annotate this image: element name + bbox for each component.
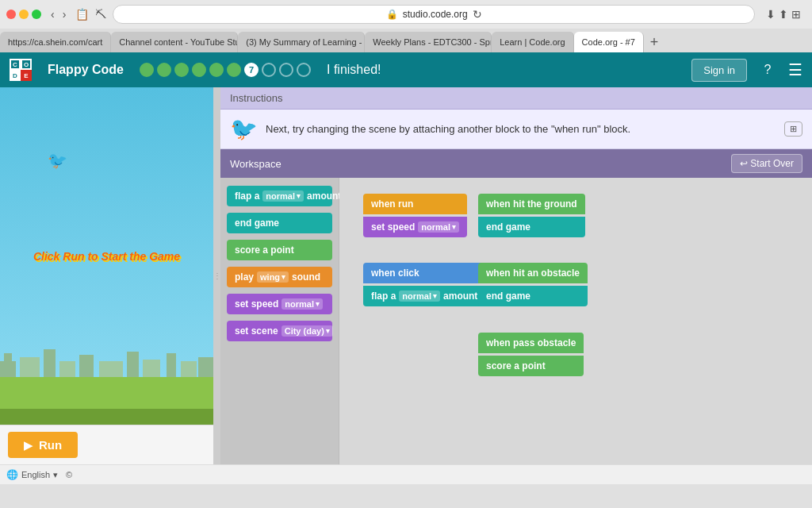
expand-instructions-button[interactable]: ⊞ <box>784 121 802 137</box>
tab-label: Learn | Code.org <box>500 37 565 47</box>
svg-rect-10 <box>181 361 197 377</box>
instructions-text: Next, try changing the scene by attachin… <box>266 123 776 135</box>
game-panel: 🐦 Click Run to Start the Game <box>0 87 214 464</box>
browser-tools: ⬇ ⬆ ⊞ <box>761 8 806 21</box>
reader-button[interactable]: ⛏ <box>95 8 106 21</box>
logo-e: E <box>21 70 32 81</box>
browser-chrome: ‹ › 📋 ⛏ 🔒 studio.code.org ↻ ⬇ ⬆ ⊞ https:… <box>0 0 812 52</box>
nav-buttons: ‹ › <box>48 6 69 22</box>
instructions-bar: Instructions <box>220 87 812 110</box>
speed-dropdown[interactable]: normal ▾ <box>282 298 323 310</box>
svg-rect-1 <box>4 353 12 377</box>
city-background <box>0 345 213 377</box>
logo-d: D <box>10 70 21 81</box>
address-bar[interactable]: 🔒 studio.code.org ↻ <box>113 5 755 24</box>
forward-button[interactable]: › <box>59 6 70 22</box>
codeorg-header: C O D E Flappy Code 7 I finished! Sign i… <box>0 52 812 87</box>
sign-in-button[interactable]: Sign in <box>691 59 747 82</box>
tab-bar: https://ca.shein.com/cart Channel conten… <box>0 29 812 52</box>
main-layout: 🐦 Click Run to Start the Game <box>0 87 812 464</box>
drag-handle[interactable]: ⋮ <box>214 87 220 464</box>
tab-summary[interactable]: (3) My Summary of Learning - Univers... <box>238 32 365 52</box>
canvas-area: when run set speed normal ▾ when hit the… <box>339 178 812 464</box>
workspace-panel: Instructions 🐦 Next, try changing the sc… <box>220 87 812 464</box>
progress-dot-9 <box>279 63 293 77</box>
window-controls <box>6 10 41 19</box>
toolbox-score-block[interactable]: score a point <box>227 240 332 260</box>
toolbox-set-speed-block[interactable]: set speed normal ▾ <box>227 294 332 314</box>
when-hit-obstacle-block[interactable]: when hit an obstacle <box>478 263 588 283</box>
svg-rect-4 <box>59 361 75 377</box>
progress-dot-6 <box>227 63 241 77</box>
globe-icon: 🌐 <box>6 469 18 480</box>
svg-rect-7 <box>127 352 139 377</box>
when-hit-ground-block[interactable]: when hit the ground <box>478 194 585 214</box>
flap-dropdown[interactable]: normal ▾ <box>262 190 304 202</box>
logo-o: O <box>21 59 32 70</box>
language-selector[interactable]: 🌐 English ▾ <box>6 469 58 480</box>
score-point-canvas-block[interactable]: score a point <box>478 356 584 376</box>
toolbox-flap-block[interactable]: flap a normal ▾ amount <box>227 186 332 206</box>
sound-dropdown[interactable]: wing ▾ <box>257 271 289 283</box>
toolbox-play-block[interactable]: play wing ▾ sound <box>227 267 332 287</box>
flap-canvas-block[interactable]: flap a normal ▾ amount <box>363 286 485 306</box>
finished-text: I finished! <box>327 63 381 77</box>
flap-canvas-dropdown[interactable]: normal ▾ <box>399 291 440 302</box>
toolbox: flap a normal ▾ amount end game score a … <box>220 178 339 464</box>
tab-youtube[interactable]: Channel content - YouTube Studio <box>111 32 238 52</box>
url-text: studio.code.org <box>403 9 468 20</box>
share-button[interactable]: ⬆ <box>779 8 788 21</box>
svg-rect-5 <box>79 355 94 377</box>
game-title: Flappy Code <box>48 63 124 77</box>
new-tab-plus-button[interactable]: + <box>644 32 665 52</box>
block-group-when-hit-ground: when hit the ground end game <box>478 194 585 237</box>
workspace-header: Workspace ↩ Start Over <box>220 149 812 178</box>
start-over-button[interactable]: ↩ Start Over <box>731 154 802 173</box>
svg-rect-6 <box>99 361 123 377</box>
when-pass-obstacle-block[interactable]: when pass obstacle <box>478 333 584 353</box>
block-group-when-click: when click flap a normal ▾ amount <box>363 263 485 306</box>
set-speed-block[interactable]: set speed normal ▾ <box>363 217 467 237</box>
progress-dot-5 <box>209 63 224 77</box>
end-game-block-1[interactable]: end game <box>478 217 585 237</box>
progress-dot-10 <box>297 63 311 77</box>
progress-dot-3 <box>174 63 189 77</box>
progress-dot-1 <box>140 63 154 77</box>
lock-icon: 🔒 <box>386 9 398 20</box>
back-button[interactable]: ‹ <box>48 6 58 22</box>
tab-codeorg[interactable]: Code.org - #7 <box>574 32 644 52</box>
help-button[interactable]: ? <box>756 59 779 81</box>
reload-button[interactable]: ↻ <box>473 8 482 21</box>
svg-rect-8 <box>143 360 160 377</box>
blocks-area: flap a normal ▾ amount end game score a … <box>220 178 812 464</box>
toolbox-end-game-block[interactable]: end game <box>227 213 332 233</box>
toolbox-set-scene-block[interactable]: set scene City (day) ▾ <box>227 321 332 341</box>
language-arrow: ▾ <box>53 470 58 480</box>
tab-label: Channel content - YouTube Studio <box>119 37 238 47</box>
progress-dot-current: 7 <box>244 63 259 77</box>
svg-rect-9 <box>167 353 176 377</box>
tab-learn[interactable]: Learn | Code.org <box>492 32 573 52</box>
workspace-label: Workspace <box>230 158 282 170</box>
instructions-label: Instructions <box>230 92 282 104</box>
download-button[interactable]: ⬇ <box>766 8 776 21</box>
play-icon: ▶ <box>24 439 33 452</box>
new-tab-button[interactable]: ⊞ <box>791 8 801 21</box>
minimize-window-button[interactable] <box>19 10 29 19</box>
when-run-block[interactable]: when run <box>363 194 467 214</box>
tab-weekly[interactable]: Weekly Plans - EDTC300 - Spring 202... <box>365 32 492 52</box>
tab-label: Weekly Plans - EDTC300 - Spring 202... <box>373 37 492 47</box>
scene-dropdown[interactable]: City (day) ▾ <box>282 325 333 337</box>
flappy-bird-icon: 🐦 <box>230 116 258 142</box>
run-button[interactable]: ▶ Run <box>8 432 78 458</box>
set-speed-canvas-dropdown[interactable]: normal ▾ <box>418 221 459 233</box>
when-click-block[interactable]: when click <box>363 263 485 283</box>
history-button[interactable]: 📋 <box>75 8 89 21</box>
close-window-button[interactable] <box>6 10 16 19</box>
maximize-window-button[interactable] <box>32 10 41 19</box>
tab-label: (3) My Summary of Learning - Univers... <box>246 37 365 47</box>
tab-shein[interactable]: https://ca.shein.com/cart <box>0 32 111 52</box>
progress-dots: 7 <box>140 63 311 77</box>
end-game-block-2[interactable]: end game <box>478 286 588 306</box>
menu-button[interactable]: ☰ <box>788 60 802 79</box>
